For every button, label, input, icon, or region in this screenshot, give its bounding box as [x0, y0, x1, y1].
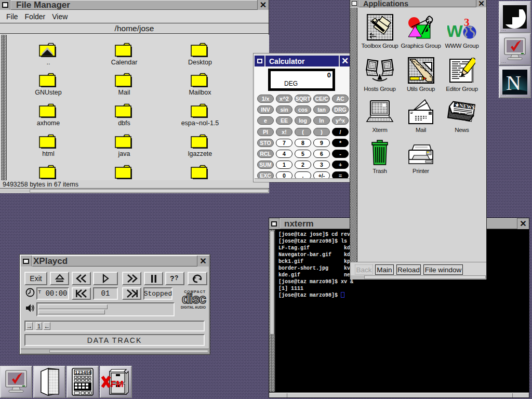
svg-text:N: N	[506, 71, 521, 95]
svg-text:?: ?	[170, 274, 175, 283]
svg-text:FM: FM	[111, 379, 124, 389]
svg-text:?: ?	[175, 274, 178, 282]
svg-text:W: W	[447, 22, 463, 41]
svg-text:123456: 123456	[75, 370, 91, 376]
